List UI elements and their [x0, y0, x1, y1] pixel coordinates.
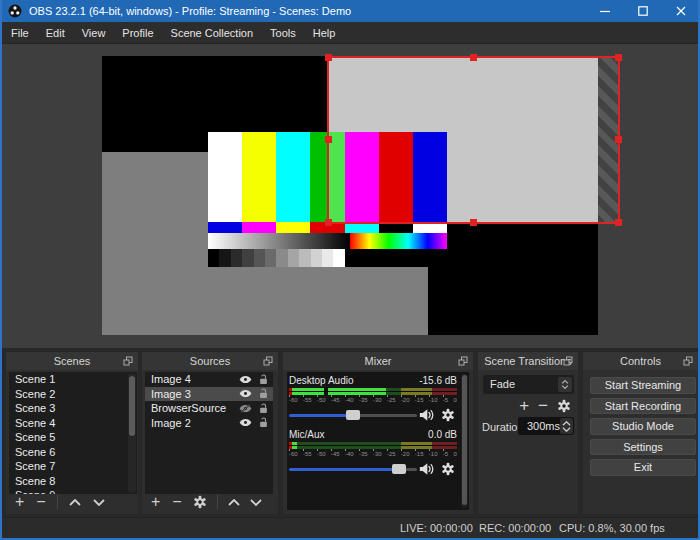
minimize-button[interactable] — [586, 0, 624, 22]
popout-icon[interactable] — [263, 356, 273, 366]
menu-help[interactable]: Help — [305, 23, 344, 43]
scene-list-item[interactable]: Scene 3 — [9, 401, 137, 416]
maximize-button[interactable] — [624, 0, 662, 22]
selection-outline[interactable] — [327, 56, 620, 224]
popout-icon[interactable] — [123, 356, 133, 366]
start-recording-button[interactable]: Start Recording — [590, 398, 696, 415]
transitions-panel-header[interactable]: Scene Transitions — [478, 352, 578, 370]
transitions-panel-title: Scene Transitions — [484, 355, 571, 367]
mixer-scrollbar[interactable] — [461, 374, 468, 508]
scene-list-item[interactable]: Scene 8 — [9, 474, 137, 489]
lock-open-icon[interactable] — [259, 417, 268, 428]
source-row-image3-selected[interactable]: Image 3 — [145, 387, 273, 402]
title-bar[interactable]: OBS 23.2.1 (64-bit, windows) - Profile: … — [0, 0, 700, 22]
popout-icon[interactable] — [683, 356, 693, 366]
menu-scene-collection[interactable]: Scene Collection — [163, 23, 262, 43]
source-row-browsersource[interactable]: BrowserSource — [145, 401, 273, 416]
volume-slider-handle[interactable] — [346, 410, 360, 420]
test-card-grayscale-steps — [208, 249, 447, 267]
selection-handle-middle-right[interactable] — [615, 136, 622, 143]
move-scene-up-button[interactable] — [69, 499, 81, 506]
visibility-eye-icon[interactable] — [239, 418, 252, 427]
mixer-panel: Mixer Desktop Audio -15.6 dB -60-55-50-4… — [283, 352, 473, 514]
source-row-image4[interactable]: Image 4 — [145, 372, 273, 387]
controls-panel-header[interactable]: Controls — [583, 352, 698, 370]
obs-logo-icon — [8, 4, 22, 18]
add-scene-button[interactable]: + — [9, 494, 30, 510]
preview-canvas[interactable] — [102, 56, 598, 335]
speaker-icon[interactable] — [419, 408, 434, 422]
mixer-panel-header[interactable]: Mixer — [283, 352, 473, 370]
close-button[interactable] — [662, 0, 700, 22]
popout-icon[interactable] — [458, 356, 468, 366]
remove-source-button[interactable]: − — [166, 494, 187, 510]
source-row-image2[interactable]: Image 2 — [145, 416, 273, 431]
preview-area[interactable] — [2, 44, 698, 348]
canvas-black-rect-bottom-right[interactable] — [428, 224, 598, 335]
transition-selected-value: Fade — [490, 378, 515, 390]
volume-slider-handle[interactable] — [392, 464, 406, 474]
selection-handle-bottom-middle[interactable] — [470, 219, 477, 226]
menu-edit[interactable]: Edit — [38, 23, 73, 43]
transition-select[interactable]: Fade — [483, 375, 574, 394]
add-transition-button[interactable]: + — [519, 398, 529, 413]
speaker-icon[interactable] — [419, 462, 434, 476]
lock-open-icon[interactable] — [259, 403, 268, 414]
volume-slider[interactable] — [289, 414, 417, 417]
sources-list[interactable]: Image 4 Image 3 BrowserSource — [145, 372, 273, 494]
menu-file[interactable]: File — [3, 23, 37, 43]
visibility-eye-icon[interactable] — [239, 375, 252, 384]
selection-handle-top-middle[interactable] — [470, 54, 477, 61]
chevron-down-icon — [562, 427, 571, 432]
mixer-body: Desktop Audio -15.6 dB -60-55-50-45-40-3… — [287, 372, 469, 510]
volume-meter — [289, 388, 457, 395]
duration-spin-arrows[interactable] — [560, 418, 573, 434]
scene-list-item[interactable]: Scene 5 — [9, 430, 137, 445]
studio-mode-button[interactable]: Studio Mode — [590, 418, 696, 435]
remove-transition-button[interactable]: − — [538, 398, 548, 413]
selection-handle-top-right[interactable] — [615, 54, 622, 61]
scene-list-item[interactable]: Scene 4 — [9, 416, 137, 431]
selection-handle-bottom-right[interactable] — [615, 219, 622, 226]
scenes-scrollbar[interactable] — [128, 373, 136, 493]
source-properties-gear-icon[interactable] — [193, 495, 207, 509]
scenes-scrollbar-thumb[interactable] — [129, 376, 135, 436]
visibility-eye-icon[interactable] — [239, 389, 252, 398]
settings-button[interactable]: Settings — [590, 439, 696, 456]
move-source-up-button[interactable] — [228, 499, 240, 506]
menu-bar: File Edit View Profile Scene Collection … — [2, 22, 698, 44]
scene-list-item[interactable]: Scene 7 — [9, 459, 137, 474]
menu-tools[interactable]: Tools — [262, 23, 304, 43]
selection-handle-top-left[interactable] — [325, 54, 332, 61]
scene-list-item[interactable]: Scene 2 — [9, 387, 137, 402]
move-scene-down-button[interactable] — [93, 499, 105, 506]
scene-list-item[interactable]: Scene 1 — [9, 372, 137, 387]
duration-spinbox[interactable]: 300ms — [518, 417, 574, 435]
scenes-toolbar: + − — [9, 493, 111, 511]
menu-profile[interactable]: Profile — [114, 23, 161, 43]
combo-spinner[interactable] — [558, 377, 572, 392]
scenes-panel-header[interactable]: Scenes — [6, 352, 138, 370]
mixer-scrollbar-thumb[interactable] — [462, 375, 467, 505]
visibility-eye-off-icon[interactable] — [239, 404, 252, 413]
transition-properties-gear-icon[interactable] — [557, 399, 571, 413]
channel-settings-gear-icon[interactable] — [441, 408, 455, 422]
volume-slider[interactable] — [289, 468, 417, 471]
exit-button[interactable]: Exit — [590, 459, 696, 476]
add-source-button[interactable]: + — [145, 494, 166, 510]
start-streaming-button[interactable]: Start Streaming — [590, 377, 696, 394]
remove-scene-button[interactable]: − — [30, 494, 51, 510]
scene-list-item[interactable]: Scene 6 — [9, 445, 137, 460]
lock-open-icon[interactable] — [259, 388, 268, 399]
lock-open-icon[interactable] — [259, 374, 268, 385]
move-source-down-button[interactable] — [250, 499, 262, 506]
selection-handle-middle-left[interactable] — [325, 136, 332, 143]
scenes-list[interactable]: Scene 1 Scene 2 Scene 3 Scene 4 Scene 5 … — [9, 372, 137, 494]
menu-view[interactable]: View — [74, 23, 114, 43]
sources-panel-header[interactable]: Sources — [142, 352, 278, 370]
meter-tick-labels: -60-55-50-45-40-35-30-25-20-15-10-50 — [289, 397, 457, 405]
selection-handle-bottom-left[interactable] — [325, 219, 332, 226]
channel-settings-gear-icon[interactable] — [441, 462, 455, 476]
volume-meter — [289, 442, 457, 449]
popout-icon[interactable] — [563, 356, 573, 366]
